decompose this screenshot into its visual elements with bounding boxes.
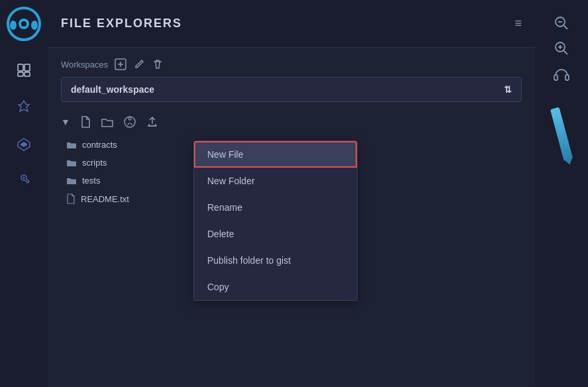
svg-rect-24 — [554, 75, 558, 80]
file-icon — [66, 194, 75, 204]
add-workspace-icon[interactable] — [115, 58, 126, 70]
context-menu-item-delete[interactable]: Delete — [194, 221, 357, 247]
svg-marker-11 — [21, 142, 27, 147]
upload-toolbar-icon[interactable] — [146, 115, 159, 129]
svg-rect-9 — [24, 72, 30, 76]
svg-rect-6 — [18, 64, 23, 71]
context-menu-item-publish[interactable]: Publish folder to gist — [194, 247, 357, 274]
svg-point-16 — [124, 117, 135, 127]
workspaces-section: Workspaces default_workspace ⇅ — [48, 48, 535, 107]
workspace-name: default_workspace — [71, 84, 154, 95]
sidebar-item-git[interactable] — [4, 127, 44, 162]
sidebar-item-plugin[interactable] — [4, 90, 44, 125]
svg-point-5 — [21, 21, 26, 27]
headset-icon[interactable] — [553, 66, 570, 83]
file-tree-section: ▼ — [48, 107, 535, 215]
right-panel — [535, 0, 588, 387]
workspace-arrow: ⇅ — [504, 84, 512, 95]
main-panel: FILE EXPLORERS ≡ Workspaces default_work… — [48, 0, 535, 387]
panel-title: FILE EXPLORERS — [61, 17, 182, 30]
zoom-in-icon[interactable] — [554, 41, 569, 56]
sidebar-item-files[interactable] — [4, 53, 44, 87]
workspaces-label: Workspaces — [61, 60, 108, 70]
tree-item-label: scripts — [82, 158, 107, 168]
context-menu-item-new-file[interactable]: New File — [194, 141, 357, 168]
tree-collapse-icon[interactable]: ▼ — [61, 117, 70, 127]
context-menu-item-label: Publish folder to gist — [207, 255, 291, 266]
folder-icon — [66, 176, 77, 186]
sidebar-item-tools[interactable] — [4, 164, 44, 199]
folder-icon — [66, 140, 77, 150]
pencil-decoration — [550, 107, 573, 161]
folder-icon — [66, 158, 77, 168]
context-menu-item-label: Rename — [207, 202, 242, 213]
context-menu-item-label: New File — [207, 149, 243, 160]
panel-header: FILE EXPLORERS ≡ — [48, 0, 535, 48]
svg-point-3 — [31, 21, 38, 30]
context-menu-item-label: Copy — [207, 282, 229, 292]
svg-line-21 — [564, 50, 567, 54]
tree-toolbar: ▼ — [61, 115, 522, 129]
svg-point-2 — [10, 21, 17, 30]
zoom-out-icon[interactable] — [554, 16, 569, 30]
menu-icon[interactable]: ≡ — [514, 17, 522, 30]
tree-item-label: README.txt — [81, 194, 129, 204]
app-logo — [0, 0, 48, 48]
context-menu-item-new-folder[interactable]: New Folder — [194, 168, 357, 194]
context-menu-item-label: New Folder — [207, 176, 255, 186]
new-folder-toolbar-icon[interactable] — [101, 116, 114, 128]
tree-item-label: tests — [82, 176, 100, 186]
icon-sidebar — [0, 0, 48, 387]
context-menu-item-copy[interactable]: Copy — [194, 274, 357, 300]
svg-rect-8 — [18, 72, 23, 76]
svg-point-12 — [23, 177, 25, 179]
workspaces-label-row: Workspaces — [61, 58, 522, 70]
github-toolbar-icon[interactable] — [123, 115, 136, 129]
svg-rect-7 — [24, 64, 30, 71]
context-menu-item-label: Delete — [207, 229, 234, 239]
tree-item-label: contracts — [82, 140, 117, 150]
svg-rect-25 — [565, 75, 569, 80]
context-menu-item-rename[interactable]: Rename — [194, 194, 357, 221]
edit-workspace-icon[interactable] — [133, 58, 145, 70]
new-file-toolbar-icon[interactable] — [79, 115, 91, 129]
workspace-selector[interactable]: default_workspace ⇅ — [61, 77, 522, 102]
delete-workspace-icon[interactable] — [152, 58, 164, 70]
context-menu: New File New Folder Rename Delete Publis… — [193, 140, 358, 301]
svg-line-18 — [564, 25, 567, 29]
